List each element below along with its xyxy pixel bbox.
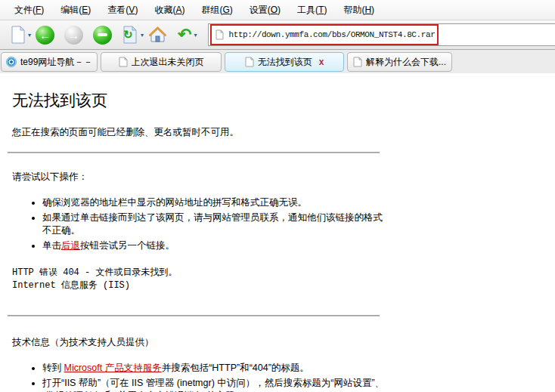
tab-label: 无法找到该页 [258,56,312,69]
page-icon [353,57,362,67]
menu-label: 帮助( [343,5,364,15]
page-icon [245,57,254,67]
tab-bar: te99网址导航－－... 上次退出未关闭页 无法找到该页 x [0,50,555,73]
intro-text: 您正在搜索的页面可能已经删除、更名或暂时不可用。 [12,126,387,139]
menu-bar: 文件(F) 编辑(E) 查看(V) 收藏(A) 群组(G) 设置(O) 工具(T… [0,0,555,20]
back-icon: ← [39,29,51,41]
menu-item-favorites[interactable]: 收藏(A) [146,0,193,20]
menu-item-tools[interactable]: 工具(T) [289,0,335,20]
menu-hotkey: G [222,5,229,15]
back-link[interactable]: 后退 [61,240,80,251]
menu-label: 查看( [107,5,129,15]
tab-label: 上次退出未关闭页 [132,56,204,69]
menu-item-edit[interactable]: 编辑(E) [52,0,99,20]
menu-label: ) [88,5,91,15]
page-title: 无法找到该页 [12,90,387,111]
menu-label: 编辑( [60,5,82,15]
stop-button[interactable] [93,26,112,45]
menu-label: ) [230,5,233,15]
tab-label: te99网址导航－－... [20,56,92,69]
menu-item-help[interactable]: 帮助(H) [335,0,383,20]
menu-item-file[interactable]: 文件(F) [6,0,52,20]
list-item-text: 并搜索包括“HTTP”和“404”的标题。 [162,363,309,373]
divider [8,152,380,153]
undo-button[interactable]: ↶ [175,26,191,43]
divider [8,315,380,316]
browser-window: 文件(F) 编辑(E) 查看(V) 收藏(A) 群组(G) 设置(O) 工具(T… [0,0,555,392]
list-item: 转到 Microsoft 产品支持服务并搜索包括“HTTP”和“404”的标题。 [42,362,387,375]
back-button[interactable]: ← [36,26,54,45]
list-item: 如果通过单击链接而到达了该网页，请与网站管理员联系，通知他们该链接的格式不正确。 [42,211,387,237]
close-icon[interactable]: x [319,57,324,67]
http-error-line: HTTP 错误 404 - 文件或目录未找到。 [12,267,387,279]
forward-icon: → [68,29,79,41]
page-icon [119,57,128,67]
menu-label: 工具( [297,5,318,15]
list-item: 确保浏览器的地址栏中显示的网站地址的拼写和格式正确无误。 [42,196,387,209]
address-input[interactable] [224,30,555,39]
chevron-down-icon[interactable]: ▾ [28,32,31,39]
list-item-text: 按钮尝试另一个链接。 [80,240,175,251]
microsoft-support-link[interactable]: Microsoft 产品支持服务 [64,363,161,373]
menu-label: ) [135,5,138,15]
menu-label: ) [41,5,44,15]
refresh-icon: ↻ [123,28,133,42]
menu-label: ) [371,5,374,15]
tab-last-session[interactable]: 上次退出未关闭页 [101,52,222,72]
list-item: 打开“IIS 帮助”（可在 IIS 管理器 (inetmgr) 中访问），然后搜… [42,377,387,392]
refresh-button[interactable]: ↻ [122,25,138,45]
page-content: 无法找到该页 您正在搜索的页面可能已经删除、更名或暂时不可用。 请尝试以下操作：… [0,73,555,392]
iis-line: Internet 信息服务 (IIS) [12,279,387,292]
tab-label: 解释为什么会下载... [366,56,446,69]
te99-favicon-icon [6,57,17,67]
chevron-down-icon[interactable]: ▾ [194,32,197,39]
stop-icon [98,33,107,36]
tab-page-not-found[interactable]: 无法找到该页 x [225,52,344,72]
undo-icon: ↶ [178,26,191,43]
try-heading: 请尝试以下操作： [12,171,387,184]
suggestion-list: 确保浏览器的地址栏中显示的网站地址的拼写和格式正确无误。 如果通过单击链接而到达… [8,196,387,252]
menu-label: 设置( [250,5,271,15]
new-page-icon [11,26,26,44]
menu-label: 群组( [201,5,222,15]
menu-item-view[interactable]: 查看(V) [99,0,146,20]
page-icon [215,29,224,40]
navigation-toolbar: ▾ ← → ↻ ▾ ↶ ▾ [0,20,555,50]
address-bar[interactable] [208,23,555,46]
tech-list: 转到 Microsoft 产品支持服务并搜索包括“HTTP”和“404”的标题。… [8,362,387,392]
list-item-text: 单击 [42,240,61,251]
menu-hotkey: O [271,5,278,15]
menu-item-groups[interactable]: 群组(G) [193,0,240,20]
chevron-down-icon[interactable]: ▾ [141,32,144,39]
menu-label: 收藏( [154,5,175,15]
home-button[interactable] [148,26,167,44]
tab-te99-nav[interactable]: te99网址导航－－... [1,52,98,72]
list-item-text: 转到 [42,363,64,373]
new-page-button[interactable] [11,26,26,44]
menu-label: 文件( [14,5,36,15]
tech-heading: 技术信息（为技术支持人员提供） [12,336,387,349]
home-icon [148,26,167,44]
menu-hotkey: H [364,5,371,15]
forward-button[interactable]: → [64,26,83,45]
menu-label: ) [324,5,327,15]
menu-label: ) [278,5,281,15]
menu-label: ) [181,5,184,15]
list-item: 单击后退按钮尝试另一个链接。 [42,239,387,252]
menu-item-settings[interactable]: 设置(O) [241,0,289,20]
tab-download-explain[interactable]: 解释为什么会下载... [347,52,452,72]
http-error-block: HTTP 错误 404 - 文件或目录未找到。 Internet 信息服务 (I… [12,267,387,293]
